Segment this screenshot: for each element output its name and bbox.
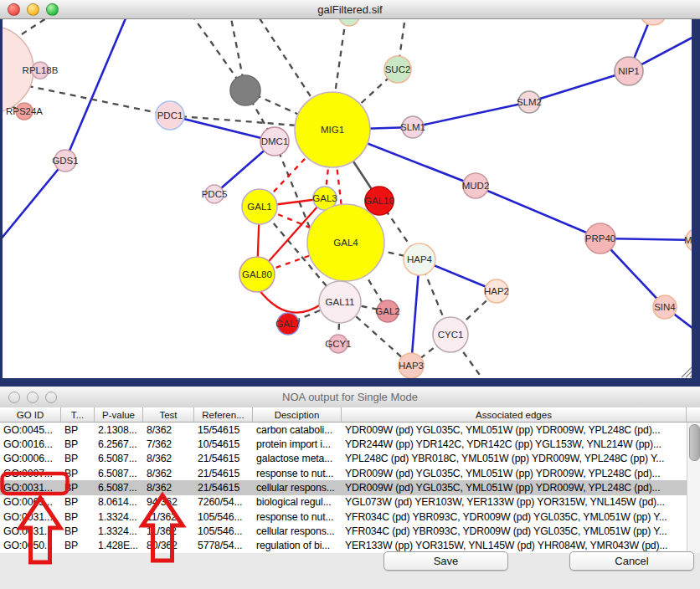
canvas-border-bottom	[0, 378, 700, 387]
node-label-GAL4: GAL4	[333, 238, 358, 248]
table-cell: 8/362	[143, 468, 194, 479]
table-cell: galactose meta...	[253, 453, 342, 464]
column-header-test[interactable]: Test	[143, 407, 194, 422]
node-label-HAP3: HAP3	[399, 361, 424, 371]
table-row[interactable]: GO:0006...BP6.5087...8/36221/54615galact…	[0, 452, 700, 466]
table-cell: 8/362	[143, 482, 194, 494]
table-cell: GO:0006...	[0, 453, 61, 464]
table-scrollbar[interactable]	[687, 423, 700, 553]
table-cell: GO:0031...	[0, 525, 61, 537]
table-cell: 1.3324...	[95, 511, 143, 523]
table-cell: 6.5087...	[95, 482, 143, 494]
table-cell: 7/362	[143, 438, 194, 450]
table-cell: 5778/54...	[194, 540, 253, 551]
network-canvas[interactable]: RPL18BRPS24AGDS1PDC1MIG1DMC1SUC2SLM1SLM2…	[0, 18, 700, 378]
table-cell: YFR034C (pd) YBR093C, YDR009W (pd) YGL03…	[342, 511, 687, 523]
node-label-GAL11: GAL11	[326, 297, 355, 307]
node-label-RPS24A: RPS24A	[6, 106, 43, 116]
node-label-GAL7: GAL7	[275, 319, 300, 329]
table-cell: GO:0007...	[0, 468, 61, 479]
node-label-GAL2: GAL2	[375, 306, 399, 316]
network-edge	[413, 102, 529, 127]
save-button[interactable]: Save	[383, 551, 508, 571]
node-label-RPL18B: RPL18B	[23, 65, 59, 75]
table-cell: 8.0614...	[95, 496, 143, 508]
table-cell: BP	[61, 453, 95, 464]
table-row[interactable]: GO:0031...BP6.5087...8/36221/54615cellul…	[0, 480, 700, 494]
node-label-GCY1: GCY1	[325, 339, 351, 349]
node-label-SLM1: SLM1	[400, 122, 425, 132]
canvas-border-left	[0, 18, 3, 378]
column-header-referen-[interactable]: Referen...	[194, 407, 253, 422]
network-graph: RPL18BRPS24AGDS1PDC1MIG1DMC1SUC2SLM1SLM2…	[0, 18, 700, 378]
node-label-GAL3: GAL3	[312, 193, 337, 203]
table-row[interactable]: GO:0045...BP2.1308...8/36215/54615carbon…	[0, 423, 700, 437]
noa-window-title: NOA output for Single Mode	[0, 391, 700, 403]
node-label-GAL10: GAL10	[364, 196, 394, 206]
table-cell: cellular respons...	[253, 482, 342, 494]
table-cell: BP	[61, 540, 95, 551]
table-cell: YGL073W (pd) YER103W, YER133W (pp) YOR31…	[342, 496, 687, 508]
table-cell: BP	[61, 438, 95, 450]
column-header-associated-edges[interactable]: Associated edges	[342, 407, 687, 422]
table-cell: YDR009W (pd) YGL035C, YML051W (pp) YDR00…	[342, 482, 687, 494]
table-cell: BP	[61, 511, 95, 523]
column-header-p-value[interactable]: P-value	[95, 407, 143, 422]
table-cell: 7260/54...	[194, 496, 253, 508]
table-cell: YDR009W (pd) YGL035C, YML051W (pp) YDR00…	[342, 468, 687, 479]
node-label-PDC1: PDC1	[157, 110, 183, 120]
table-cell: 21/54615	[194, 482, 253, 494]
table-row[interactable]: GO:0007...BP6.5087...8/36221/54615respon…	[0, 466, 700, 480]
table-row[interactable]: GO:0065...BP8.0614...94/3627260/54...bio…	[0, 495, 700, 510]
node-label-CYC1: CYC1	[438, 330, 464, 340]
network-edge	[259, 289, 321, 313]
network-window-titlebar: galFiltered.sif	[0, 0, 700, 19]
network-edge	[65, 18, 126, 161]
table-cell: 21/54615	[194, 453, 253, 464]
table-cell: response to nut...	[253, 468, 342, 479]
table-cell: YDR009W (pd) YGL035C, YML051W (pp) YDR00…	[342, 424, 687, 436]
network-node-gray1[interactable]	[230, 75, 260, 105]
column-header-desciption[interactable]: Desciption	[253, 407, 342, 422]
column-header-t-[interactable]: T...	[61, 407, 95, 422]
node-label-PRP40: PRP40	[585, 233, 615, 243]
node-label-MUD2: MUD2	[462, 181, 490, 191]
table-row[interactable]: GO:0031...BP1.3324...11/362105/546...cel…	[0, 524, 700, 538]
table-cell: GO:0050...	[0, 540, 61, 551]
node-label-PDC5: PDC5	[202, 189, 228, 199]
table-cell: BP	[61, 424, 95, 436]
table-cell: BP	[61, 482, 95, 494]
table-row[interactable]: GO:0016...BP6.2567...7/36210/54615protei…	[0, 437, 700, 451]
table-cell: response to nut...	[253, 511, 342, 523]
table-cell: GO:0016...	[0, 438, 61, 450]
table-cell: GO:0031...	[0, 511, 61, 523]
table-header: GO IDT...P-valueTestReferen...Desciption…	[0, 407, 700, 423]
network-node-topGreen[interactable]	[339, 18, 359, 26]
table-cell: 94/362	[143, 496, 194, 508]
node-label-MIG1: MIG1	[321, 125, 344, 135]
table-cell: 1.428E...	[95, 540, 143, 551]
table-row[interactable]: GO:0031...BP1.3324...11/362105/546...res…	[0, 510, 700, 524]
column-header-go-id[interactable]: GO ID	[0, 407, 61, 422]
cancel-button[interactable]: Cancel	[569, 551, 694, 571]
table-cell: 80/362	[143, 540, 194, 551]
table-cell: 21/54615	[194, 468, 253, 479]
table-cell: 6.5087...	[95, 468, 143, 479]
node-label-HAP2: HAP2	[484, 286, 509, 296]
network-edge	[0, 161, 65, 240]
noa-window-titlebar: NOA output for Single Mode	[0, 387, 700, 408]
table-cell: biological regul...	[253, 496, 342, 508]
node-label-GDS1: GDS1	[52, 156, 78, 166]
node-label-NIP1: NIP1	[618, 66, 640, 76]
node-label-SLM2: SLM2	[517, 97, 542, 107]
table-cell: YFR034C (pd) YBR093C, YDR009W (pd) YGL03…	[342, 525, 687, 537]
scrollbar-thumb[interactable]	[689, 424, 700, 461]
network-node-topPink[interactable]	[640, 18, 667, 25]
table-cell: BP	[61, 496, 95, 508]
table-cell: 6.5087...	[95, 453, 143, 464]
table-cell: BP	[61, 468, 95, 479]
table-cell: 6.2567...	[95, 438, 143, 450]
node-label-DMC1: DMC1	[261, 136, 289, 146]
table-cell: cellular respons...	[253, 525, 342, 537]
table-cell: protein import i...	[253, 438, 342, 450]
